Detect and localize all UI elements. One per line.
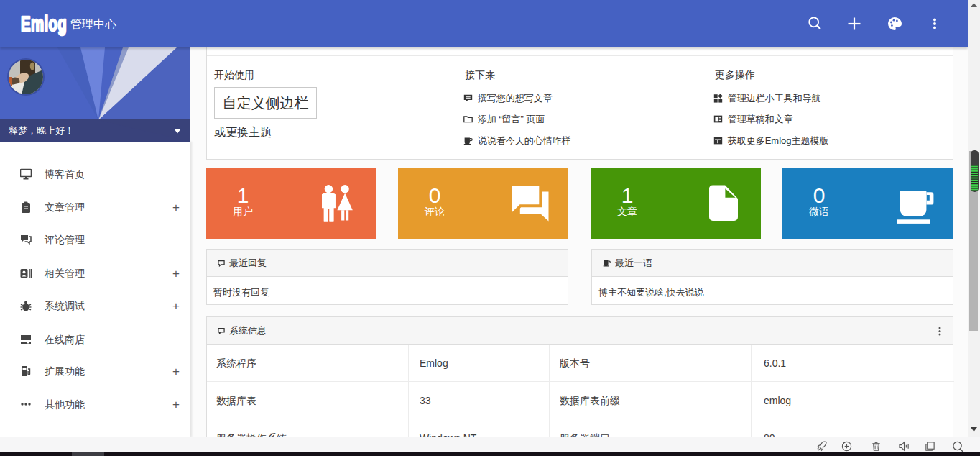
svg-text:Emlog: Emlog [21, 12, 67, 35]
